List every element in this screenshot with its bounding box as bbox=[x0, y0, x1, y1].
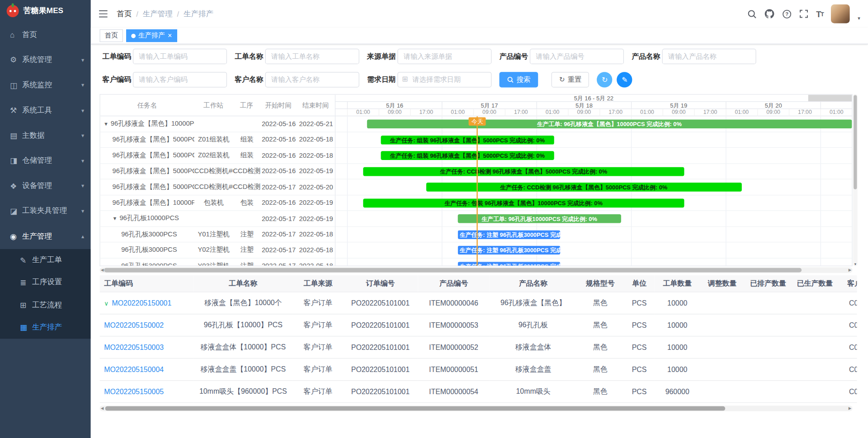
filter-input-work-order-name[interactable] bbox=[265, 49, 359, 64]
sidebar-item-system-tools[interactable]: ⚒系统工具▾ bbox=[0, 98, 91, 123]
breadcrumb-separator: / bbox=[136, 9, 138, 18]
breadcrumb-item[interactable]: 首页 bbox=[117, 9, 132, 19]
tab-production-schedule[interactable]: 生产排产× bbox=[126, 29, 177, 42]
gantt-bar-row: 生产任务: 组装 96孔移液盒【黑色】5000PCS 完成比例: 0% bbox=[335, 132, 852, 148]
gantt-task-row[interactable]: 96孔移液盒【黑色】5000PCSZ01组装机组装2022-05-162022-… bbox=[100, 132, 335, 148]
scroll-right-icon[interactable]: ▶ bbox=[849, 267, 852, 273]
topbar: 首页/生产管理/生产排产 ? TT ▾ bbox=[91, 0, 868, 28]
gantt-task-bar[interactable]: 生产任务: 注塑 96孔孔板3000PCS 完成 bbox=[458, 246, 560, 255]
sidebar-item-home[interactable]: ⌂首页 bbox=[0, 22, 91, 47]
gantt-task-bar[interactable]: 生产任务: CCD检测 96孔移液盒【黑色】5000PCS 完成比例: 0% bbox=[426, 183, 741, 192]
gantt-vscroll-thumb[interactable] bbox=[854, 95, 857, 189]
orders-row[interactable]: ∨MO202205150001移液盒【黑色】10000个客户订单PO202205… bbox=[99, 292, 857, 314]
help-icon[interactable]: ? bbox=[782, 9, 792, 19]
filter-label: 来源单据 bbox=[367, 52, 397, 61]
gantt-hscroll-thumb[interactable] bbox=[104, 268, 802, 273]
tab-home[interactable]: 首页 bbox=[99, 29, 123, 42]
edit-button[interactable]: ✎ bbox=[617, 72, 632, 87]
gantt-task-table: 任务名工作站工序开始时间结束时间 ▼96孔移液盒【黑色】10000PCS2022… bbox=[100, 94, 335, 265]
sidebar-subitem-production-schedule[interactable]: ▦生产排产 bbox=[0, 316, 91, 339]
user-avatar[interactable] bbox=[831, 5, 850, 24]
close-icon[interactable]: × bbox=[168, 32, 172, 39]
filter-field-work-order-name: 工单名称 bbox=[235, 49, 359, 64]
gantt-task-row[interactable]: 96孔移液盒【黑色】5000PCSZ02组装机组装2022-05-162022-… bbox=[100, 148, 335, 164]
order-link[interactable]: MO202205150003 bbox=[104, 343, 164, 351]
breadcrumb-item[interactable]: 生产管理 bbox=[143, 9, 173, 19]
gantt-order-bar[interactable]: 生产工单: 96孔孔板10000PCS 完成比例: 0% bbox=[458, 214, 621, 223]
sidebar-item-master-data[interactable]: ▤主数据▾ bbox=[0, 123, 91, 148]
search-button[interactable]: 搜索 bbox=[499, 72, 538, 87]
orders-hscroll-thumb[interactable] bbox=[105, 406, 725, 411]
sidebar-subitem-process-flow[interactable]: ⊞工艺流程 bbox=[0, 294, 91, 316]
gantt-task-row[interactable]: 96孔孔板3000PCSY02注塑机注塑2022-05-172022-05-18 bbox=[100, 242, 335, 258]
gantt-task-bar[interactable]: 生产任务: CCD检测 96孔移液盒【黑色】5000PCS 完成比例: 0% bbox=[363, 167, 684, 176]
sidebar-item-system-admin[interactable]: ⚙系统管理▾ bbox=[0, 47, 91, 73]
fullscreen-icon[interactable] bbox=[799, 9, 808, 19]
sidebar-item-fixture[interactable]: ◪工装夹具管理▾ bbox=[0, 198, 91, 224]
home-icon: ⌂ bbox=[10, 30, 22, 39]
gantt-task-row[interactable]: ▼96孔移液盒【黑色】10000PCS2022-05-162022-05-21 bbox=[100, 116, 335, 132]
orders-column-header: 产品编号 bbox=[418, 275, 490, 292]
orders-hscrollbar[interactable]: ◀ ▶ bbox=[99, 406, 852, 411]
sidebar-item-system-monitor[interactable]: ◫系统监控▾ bbox=[0, 72, 91, 98]
avatar-caret-icon[interactable]: ▾ bbox=[858, 15, 860, 21]
filter-input-customer-code[interactable] bbox=[133, 72, 227, 87]
sidebar-subitem-process-settings[interactable]: ≣工序设置 bbox=[0, 271, 91, 294]
chevron-down-icon: ▾ bbox=[81, 107, 84, 113]
order-link[interactable]: MO202205150002 bbox=[104, 321, 164, 329]
orders-row[interactable]: MO20220515000296孔孔板【10000】PCS客户订单PO20220… bbox=[99, 314, 857, 336]
sidebar-item-production[interactable]: ◉生产管理▴ bbox=[0, 224, 91, 249]
font-size-icon[interactable]: TT bbox=[816, 9, 823, 19]
orders-header-row: 工单编码工单名称工单来源订单编号产品编号产品名称规格型号单位工单数量调整数量已排… bbox=[99, 275, 857, 292]
gantt-task-row[interactable]: 96孔移液盒【黑色】5000PCSCCD检测机#02CCD检测2022-05-1… bbox=[100, 179, 335, 195]
collapse-arrow-icon[interactable]: ▼ bbox=[104, 121, 108, 127]
gantt-task-row[interactable]: 96孔移液盒【黑色】10000PCS包装机包装2022-05-162022-05… bbox=[100, 195, 335, 211]
github-icon[interactable] bbox=[764, 9, 774, 19]
filter-input-demand-date[interactable] bbox=[397, 72, 491, 87]
expand-chevron-icon[interactable]: ∨ bbox=[104, 300, 108, 306]
filter-input-customer-name[interactable] bbox=[265, 72, 359, 87]
orders-cell: 10000 bbox=[655, 314, 700, 336]
gantt-task-bar[interactable]: 生产任务: 组装 96孔移液盒【黑色】5000PCS 完成比例: 0% bbox=[381, 151, 554, 160]
orders-row[interactable]: MO20220515000510mm吸头【960000】PCS客户订单PO202… bbox=[99, 380, 857, 402]
sidebar-item-warehouse[interactable]: ◨仓储管理▾ bbox=[0, 148, 91, 174]
scroll-right-icon[interactable]: ▶ bbox=[849, 406, 852, 411]
gantt-task-bar[interactable]: 生产任务: 组装 96孔移液盒【黑色】5000PCS 完成比例: 0% bbox=[381, 135, 554, 144]
order-link[interactable]: MO202205150001 bbox=[112, 299, 171, 307]
gantt-task-row[interactable]: 96孔孔板3000PCSY03注塑机注塑2022-05-172022-05-18 bbox=[100, 258, 335, 266]
gantt-task-bar[interactable]: 生产任务: 包装 96孔移液盒【黑色】10000PCS 完成比例: 0% bbox=[363, 198, 684, 207]
filter-input-product-name[interactable] bbox=[662, 49, 756, 64]
gantt-hscrollbar[interactable]: ◀ ▶ bbox=[99, 267, 852, 273]
reset-button-label: 重置 bbox=[568, 75, 582, 85]
scroll-left-icon[interactable]: ◀ bbox=[101, 406, 104, 411]
gantt-order-bar[interactable]: 生产工单: 96孔移液盒【黑色】10000PCS 完成比例: 0% bbox=[367, 119, 852, 128]
menu-fold-icon[interactable] bbox=[99, 10, 108, 18]
system-admin-icon: ⚙ bbox=[10, 56, 22, 65]
gantt-vscrollbar[interactable]: ▼ bbox=[853, 94, 858, 266]
app-logo[interactable]: 苦糖果MES bbox=[0, 0, 91, 22]
search-icon[interactable] bbox=[747, 9, 757, 19]
sidebar-subitem-work-order[interactable]: ✎生产工单 bbox=[0, 249, 91, 271]
filter-input-product-code[interactable] bbox=[530, 49, 624, 64]
refresh-icon: ↻ bbox=[602, 75, 608, 84]
gantt-task-row[interactable]: ▼96孔孔板10000PCS2022-05-172022-05-19 bbox=[100, 211, 335, 227]
gantt-task-bar[interactable]: 生产任务: 注塑 96孔孔板3000PCS 完成 bbox=[458, 262, 560, 266]
order-link[interactable]: MO202205150005 bbox=[104, 387, 164, 396]
collapse-arrow-icon[interactable]: ▼ bbox=[113, 216, 118, 221]
filter-input-work-order-code[interactable] bbox=[133, 49, 227, 64]
gantt-task-row[interactable]: 96孔孔板3000PCSY01注塑机注塑2022-05-172022-05-18 bbox=[100, 226, 335, 242]
scroll-left-icon[interactable]: ◀ bbox=[101, 267, 104, 273]
refresh-button[interactable]: ↻ bbox=[597, 72, 613, 87]
orders-row[interactable]: MO202205150004移液盒盒盖【10000】PCS客户订单PO20220… bbox=[99, 358, 857, 380]
gantt-task-bar[interactable]: 生产任务: 注塑 96孔孔板3000PCS 完成 bbox=[458, 230, 560, 239]
orders-cell bbox=[792, 380, 838, 402]
sidebar-item-equipment[interactable]: ❖设备管理▾ bbox=[0, 173, 91, 198]
scroll-down-icon[interactable]: ▼ bbox=[853, 262, 858, 266]
orders-row[interactable]: MO202205150003移液盒盒体【10000】PCS客户订单PO20220… bbox=[99, 336, 857, 358]
gantt-task-row[interactable]: 96孔移液盒【黑色】5000PCSCCD检测机#01CCD检测2022-05-1… bbox=[100, 164, 335, 179]
reset-button[interactable]: ↻ 重置 bbox=[552, 72, 590, 87]
filter-input-source-doc[interactable] bbox=[397, 49, 491, 64]
order-link[interactable]: MO202205150004 bbox=[104, 365, 164, 373]
gantt-task-cell: 2022-05-16 bbox=[261, 167, 297, 175]
gantt-hour-label: 01:00 bbox=[442, 109, 473, 116]
